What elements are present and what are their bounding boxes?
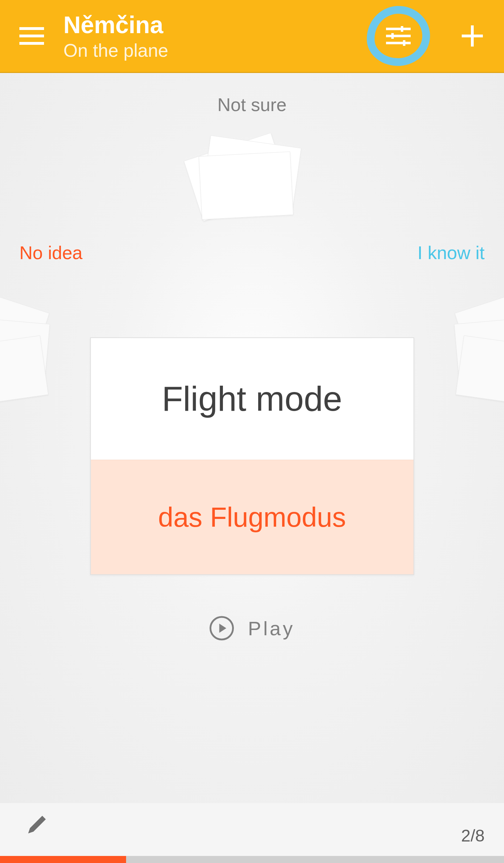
stack-card [456,335,504,406]
flashcard[interactable]: Flight mode das Flugmodus [90,337,414,575]
i-know-it-stack[interactable] [462,299,504,404]
progress-fill [0,856,126,863]
no-idea-stack[interactable] [0,299,49,404]
i-know-it-label[interactable]: I know it [417,242,485,263]
stack-card [0,335,48,406]
deck-subtitle: On the plane [63,40,168,61]
not-sure-stack[interactable] [196,136,309,228]
svg-rect-1 [19,35,44,37]
title-block: Němčina On the plane [63,11,168,61]
settings-button[interactable] [363,1,434,71]
no-idea-label[interactable]: No idea [19,242,82,263]
footer: 2/8 [0,803,504,863]
progress-bar [0,856,504,863]
stack-card [199,152,293,220]
flashcard-back: das Flugmodus [91,460,413,574]
menu-button[interactable] [18,22,46,50]
svg-rect-0 [19,27,44,30]
edit-button[interactable] [25,812,49,838]
app-header: Němčina On the plane [0,0,504,73]
not-sure-label[interactable]: Not sure [217,94,287,115]
play-label: Play [248,617,295,640]
card-counter: 2/8 [461,826,485,845]
study-area: Not sure No idea I know it Flight mode d… [0,73,504,803]
pencil-icon [25,812,49,837]
svg-marker-12 [219,624,226,633]
plus-icon [462,25,483,47]
play-icon [209,616,234,641]
highlight-annotation [365,4,432,67]
add-button[interactable] [458,22,486,50]
deck-title: Němčina [63,11,168,38]
flashcard-front: Flight mode [91,338,413,460]
hamburger-icon [19,27,44,45]
play-audio-button[interactable]: Play [209,616,295,641]
svg-rect-2 [19,42,44,45]
header-actions [363,1,486,71]
